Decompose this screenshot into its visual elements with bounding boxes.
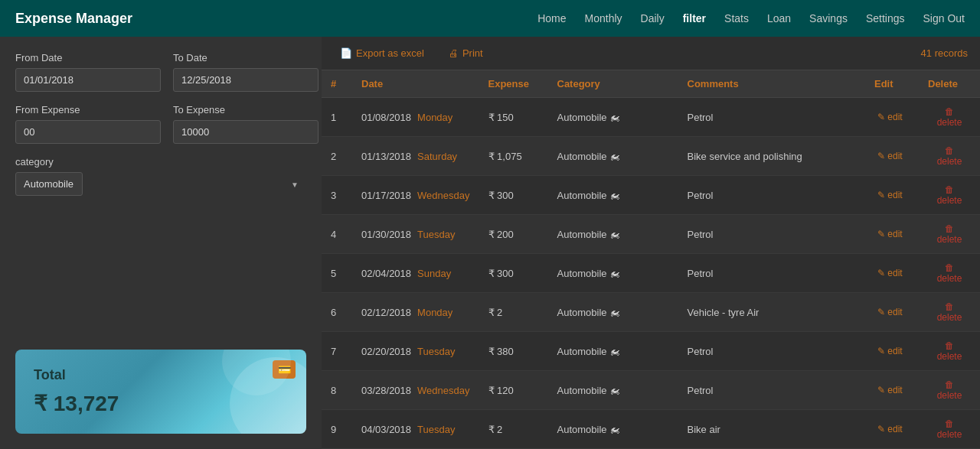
category-group: category Automobile Food Travel Shopping… (15, 156, 306, 337)
delete-button[interactable]: 🗑 delete (928, 105, 971, 129)
cell-category: Automobile 🏍 (548, 98, 678, 137)
expense-row: From Expense To Expense (15, 104, 306, 144)
nav-link-home[interactable]: Home (537, 12, 566, 24)
from-date-label: From Date (15, 52, 161, 63)
table-row: 7 02/20/2018Tuesday ₹ 380 Automobile 🏍 P… (322, 332, 980, 371)
from-expense-input[interactable] (15, 120, 161, 144)
cell-num: 9 (322, 410, 352, 449)
cell-category: Automobile 🏍 (548, 176, 678, 215)
cell-day: Sunday (417, 268, 451, 279)
cell-day: Tuesday (417, 424, 455, 435)
nav-link-savings[interactable]: Savings (809, 12, 848, 24)
cell-date: 01/08/2018Monday (352, 98, 479, 137)
to-date-input[interactable] (173, 68, 318, 92)
records-count: 41 records (921, 47, 968, 59)
export-excel-button[interactable]: 📄 Export as excel (334, 44, 430, 62)
navbar: Expense Manager HomeMonthlyDailyfilterSt… (0, 0, 980, 37)
cell-day: Wednesday (417, 385, 469, 396)
delete-button[interactable]: 🗑 delete (928, 261, 971, 285)
expenses-table: # Date Expense Category Comments Edit De… (322, 70, 980, 449)
cell-num: 5 (322, 254, 352, 293)
cell-day: Monday (417, 112, 452, 123)
sidebar: From Date To Date From Expense To Expens… (0, 37, 322, 449)
edit-button[interactable]: ✎ edit (874, 422, 906, 436)
nav-link-daily[interactable]: Daily (641, 12, 665, 24)
edit-button[interactable]: ✎ edit (874, 227, 906, 241)
delete-button[interactable]: 🗑 delete (928, 144, 971, 168)
cell-date: 02/20/2018Tuesday (352, 332, 479, 371)
from-date-input[interactable] (15, 68, 161, 92)
cell-edit: ✎ edit (865, 293, 919, 332)
nav-link-filter[interactable]: filter (683, 12, 706, 24)
cell-edit: ✎ edit (865, 371, 919, 410)
nav-link-monthly[interactable]: Monthly (585, 12, 622, 24)
cell-date: 02/04/2018Sunday (352, 254, 479, 293)
cell-delete: 🗑 delete (919, 293, 980, 332)
cell-date: 01/17/2018Wednesday (352, 176, 479, 215)
delete-button[interactable]: 🗑 delete (928, 183, 971, 207)
cell-delete: 🗑 delete (919, 371, 980, 410)
cell-expense: ₹ 2 (479, 293, 548, 332)
cell-comments: Petrol (678, 371, 866, 410)
cell-edit: ✎ edit (865, 254, 919, 293)
cell-comments: Petrol (678, 98, 866, 137)
cell-day: Wednesday (417, 190, 469, 201)
table-header-row: # Date Expense Category Comments Edit De… (322, 70, 980, 98)
col-header-delete: Delete (919, 70, 980, 98)
nav-link-sign-out[interactable]: Sign Out (923, 12, 965, 24)
cell-day: Saturday (417, 151, 457, 162)
edit-button[interactable]: ✎ edit (874, 188, 906, 202)
delete-button[interactable]: 🗑 delete (928, 300, 971, 324)
nav-link-stats[interactable]: Stats (724, 12, 749, 24)
delete-button[interactable]: 🗑 delete (928, 222, 971, 246)
cell-num: 7 (322, 332, 352, 371)
col-header-edit: Edit (865, 70, 919, 98)
cell-edit: ✎ edit (865, 176, 919, 215)
table-row: 5 02/04/2018Sunday ₹ 300 Automobile 🏍 Pe… (322, 254, 980, 293)
edit-button[interactable]: ✎ edit (874, 266, 906, 280)
delete-button[interactable]: 🗑 delete (928, 378, 971, 402)
category-select[interactable]: Automobile Food Travel Shopping Health (15, 172, 83, 196)
cell-expense: ₹ 2 (479, 410, 548, 449)
cell-delete: 🗑 delete (919, 410, 980, 449)
cell-edit: ✎ edit (865, 332, 919, 371)
main-layout: From Date To Date From Expense To Expens… (0, 37, 980, 449)
cell-comments: Bike air (678, 410, 866, 449)
cell-date: 02/12/2018Monday (352, 293, 479, 332)
edit-button[interactable]: ✎ edit (874, 149, 906, 163)
delete-button[interactable]: 🗑 delete (928, 339, 971, 363)
col-header-num: # (322, 70, 352, 98)
cell-date: 03/28/2018Wednesday (352, 371, 479, 410)
cell-delete: 🗑 delete (919, 176, 980, 215)
delete-button[interactable]: 🗑 delete (928, 417, 971, 441)
to-date-label: To Date (173, 52, 318, 63)
to-expense-input[interactable] (173, 120, 318, 144)
edit-button[interactable]: ✎ edit (874, 110, 906, 124)
col-header-category: Category (548, 70, 678, 98)
edit-button[interactable]: ✎ edit (874, 383, 906, 397)
cell-comments: Petrol (678, 254, 866, 293)
category-select-wrapper: Automobile Food Travel Shopping Health (15, 172, 306, 196)
print-button[interactable]: 🖨 Print (443, 44, 489, 62)
cell-edit: ✎ edit (865, 137, 919, 176)
cell-delete: 🗑 delete (919, 137, 980, 176)
to-date-group: To Date (173, 52, 318, 92)
cell-expense: ₹ 150 (479, 98, 548, 137)
cell-category: Automobile 🏍 (548, 137, 678, 176)
cell-date: 01/13/2018Saturday (352, 137, 479, 176)
category-label: category (15, 156, 306, 168)
edit-button[interactable]: ✎ edit (874, 344, 906, 358)
export-icon: 📄 (340, 47, 352, 59)
cell-edit: ✎ edit (865, 215, 919, 254)
nav-link-settings[interactable]: Settings (866, 12, 905, 24)
nav-link-loan[interactable]: Loan (767, 12, 791, 24)
nav-links: HomeMonthlyDailyfilterStatsLoanSavingsSe… (537, 12, 965, 24)
wallet-icon: 💳 (273, 360, 296, 379)
cell-edit: ✎ edit (865, 410, 919, 449)
table-row: 4 01/30/2018Tuesday ₹ 200 Automobile 🏍 P… (322, 215, 980, 254)
cell-day: Monday (417, 307, 452, 318)
cell-num: 8 (322, 371, 352, 410)
cell-date: 01/30/2018Tuesday (352, 215, 479, 254)
edit-button[interactable]: ✎ edit (874, 305, 906, 319)
cell-date: 04/03/2018Tuesday (352, 410, 479, 449)
